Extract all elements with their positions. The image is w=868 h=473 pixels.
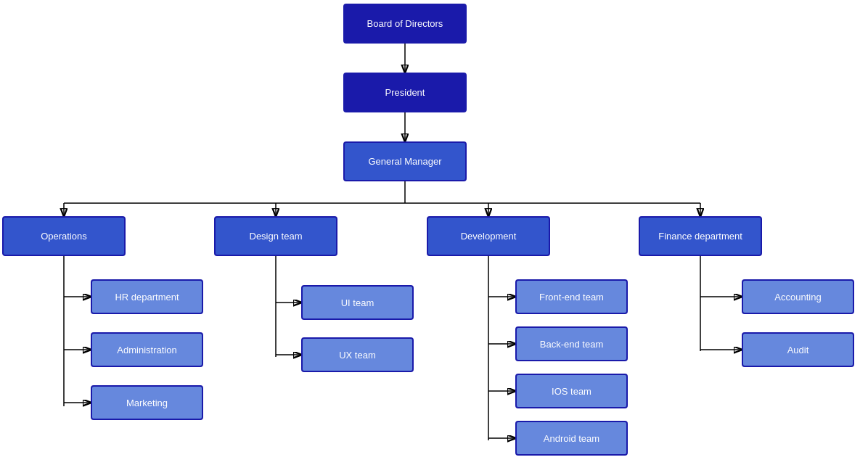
hr-label: HR department — [115, 292, 179, 303]
frontend-label: Front-end team — [539, 292, 604, 303]
hr-node: HR department — [91, 279, 203, 314]
operations-label: Operations — [41, 231, 87, 242]
android-node: Android team — [515, 421, 628, 456]
backend-label: Back-end team — [540, 339, 603, 350]
accounting-label: Accounting — [774, 292, 821, 303]
ios-label: IOS team — [552, 386, 591, 397]
marketing-label: Marketing — [126, 398, 168, 408]
finance-node: Finance department — [639, 216, 762, 256]
backend-node: Back-end team — [515, 326, 628, 361]
finance-label: Finance department — [658, 231, 742, 242]
board-of-directors-node: Board of Directors — [343, 4, 467, 44]
operations-node: Operations — [2, 216, 126, 256]
ui-label: UI team — [341, 297, 374, 308]
admin-node: Administration — [91, 332, 203, 367]
ux-node: UX team — [301, 337, 414, 372]
admin-label: Administration — [117, 345, 176, 355]
development-label: Development — [461, 231, 517, 242]
frontend-node: Front-end team — [515, 279, 628, 314]
development-node: Development — [427, 216, 550, 256]
design-label: Design team — [250, 231, 303, 242]
ios-node: IOS team — [515, 374, 628, 408]
android-label: Android team — [544, 433, 599, 444]
president-node: President — [343, 73, 467, 112]
audit-node: Audit — [742, 332, 854, 367]
marketing-node: Marketing — [91, 385, 203, 420]
ui-node: UI team — [301, 285, 414, 320]
accounting-node: Accounting — [742, 279, 854, 314]
audit-label: Audit — [787, 345, 809, 355]
ux-label: UX team — [339, 350, 376, 361]
design-team-node: Design team — [214, 216, 337, 256]
gm-label: General Manager — [368, 156, 441, 167]
org-chart: Board of Directors President General Man… — [0, 0, 868, 473]
board-label: Board of Directors — [367, 18, 443, 29]
president-label: President — [385, 87, 425, 98]
general-manager-node: General Manager — [343, 141, 467, 181]
